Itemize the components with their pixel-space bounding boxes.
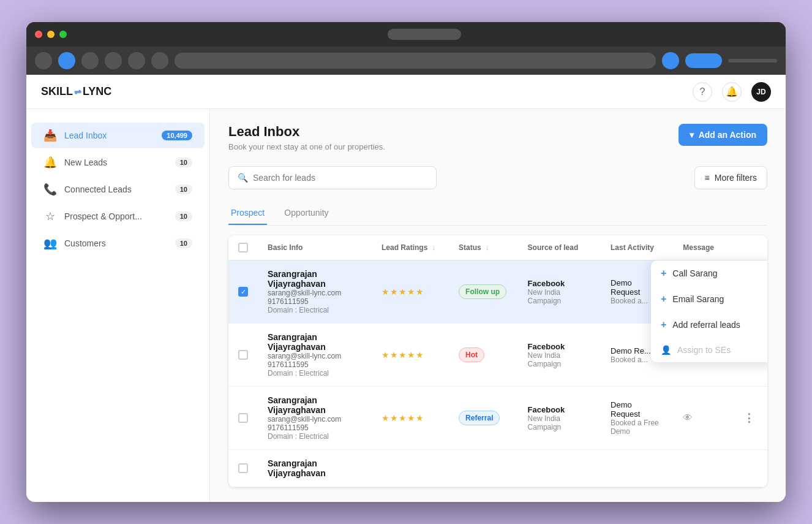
sidebar-item-connected-leads[interactable]: 📞 Connected Leads 10 <box>31 177 205 202</box>
row3-source-name: Facebook <box>528 405 591 414</box>
row3-checkbox-cell <box>228 387 258 450</box>
main-content: Lead Inbox Book your next stay at one of… <box>210 109 786 502</box>
row3-activity-sub: Booked a Free Demo <box>611 419 663 436</box>
star-icon: ☆ <box>43 210 57 223</box>
row1-phone: 9176111595 <box>268 297 362 306</box>
bell-icon[interactable]: 🔔 <box>722 82 742 102</box>
maximize-button[interactable] <box>59 31 67 38</box>
row3-message: 👁 <box>673 387 731 450</box>
home-btn[interactable] <box>58 52 75 69</box>
sidebar-label-prospect: Prospect & Opport... <box>64 211 168 221</box>
row2-checkbox-cell <box>228 324 258 387</box>
toolbar-btn6[interactable] <box>151 52 168 69</box>
row3-checkbox[interactable] <box>238 413 248 423</box>
browser-toolbar <box>26 47 786 75</box>
row4-status <box>449 450 517 487</box>
row1-source-name: Facebook <box>528 279 591 288</box>
logo-lync: LYNC <box>83 85 111 98</box>
select-all-checkbox[interactable] <box>238 243 248 253</box>
row1-source: Facebook New India Campaign <box>518 260 601 324</box>
title-bar-url <box>388 29 461 40</box>
sidebar-label-lead-inbox: Lead Inbox <box>64 131 154 140</box>
logo-arrow-icon: ⇌ <box>74 87 81 97</box>
close-button[interactable] <box>35 31 42 38</box>
reload-btn[interactable] <box>81 52 99 69</box>
logo-skill: SKILL <box>41 85 73 98</box>
row2-source: Facebook New India Campaign <box>518 324 601 387</box>
row1-basic-info: Sarangrajan Vijayraghavan sarang@skill-l… <box>258 260 372 324</box>
dropdown-item-call[interactable]: + Call Sarang <box>651 260 767 286</box>
search-box[interactable]: 🔍 <box>228 166 437 189</box>
table-body: ✓ Sarangrajan Vijayraghavan sarang@skill… <box>228 260 767 487</box>
sidebar-badge-prospect: 10 <box>175 211 192 221</box>
row2-status: Hot <box>449 324 517 387</box>
row4-basic-info: Sarangrajan Vijayraghavan <box>258 450 372 487</box>
toolbar-dash <box>728 59 777 63</box>
toolbar-circle[interactable] <box>662 52 679 69</box>
col-header-status: Status ↓ <box>449 235 517 260</box>
row2-basic-info: Sarangrajan Vijayraghavan sarang@skill-l… <box>258 324 372 387</box>
sidebar-badge-connected-leads: 10 <box>175 184 192 194</box>
inbox-icon: 📥 <box>43 129 57 142</box>
tab-opportunity[interactable]: Opportunity <box>282 202 331 225</box>
tab-prospect[interactable]: Prospect <box>228 202 267 225</box>
add-action-button[interactable]: ▾ Add an Action <box>679 124 767 146</box>
toolbar-btn5[interactable] <box>128 52 145 69</box>
person-icon-assign: 👤 <box>661 345 671 355</box>
dropdown-label-email: Email Sarang <box>672 294 724 304</box>
row2-email: sarang@skill-lync.com <box>268 352 362 360</box>
row2-domain: Domain : Electrical <box>268 369 362 378</box>
dropdown-item-email[interactable]: + Email Sarang <box>651 286 767 312</box>
search-input[interactable] <box>253 173 427 183</box>
filter-icon: ≡ <box>705 173 710 183</box>
table-row: Sarangrajan Vijayraghavan <box>228 450 767 487</box>
app-body: 📥 Lead Inbox 10,499 🔔 New Leads 10 📞 Con… <box>26 109 786 502</box>
row4-actions <box>731 450 767 487</box>
row1-source-campaign: New India Campaign <box>528 288 591 305</box>
row3-name: Sarangrajan Vijayraghavan <box>268 395 362 415</box>
sidebar-item-prospect[interactable]: ☆ Prospect & Opport... 10 <box>31 203 205 229</box>
sort-rating-icon: ↓ <box>432 245 435 251</box>
row2-phone: 9176111595 <box>268 360 362 369</box>
row1-rating: ★★★★★ <box>372 260 449 324</box>
row4-checkbox-cell <box>228 450 258 487</box>
customers-icon: 👥 <box>43 237 57 250</box>
page-title: Lead Inbox <box>228 124 385 140</box>
row2-checkbox[interactable] <box>238 350 248 360</box>
row4-rating <box>372 450 449 487</box>
table-row: ✓ Sarangrajan Vijayraghavan sarang@skill… <box>228 260 767 324</box>
row1-domain: Domain : Electrical <box>268 306 362 314</box>
help-icon[interactable]: ? <box>693 82 712 102</box>
table-row: Sarangrajan Vijayraghavan sarang@skill-l… <box>228 387 767 450</box>
row4-checkbox[interactable] <box>238 463 248 473</box>
sidebar-badge-customers: 10 <box>175 238 192 248</box>
row4-name: Sarangrajan Vijayraghavan <box>268 458 362 478</box>
plus-icon-referral: + <box>661 319 666 330</box>
plus-icon-call: + <box>661 268 666 279</box>
address-bar[interactable] <box>175 53 656 69</box>
sidebar-item-customers[interactable]: 👥 Customers 10 <box>31 230 205 256</box>
col-header-message: Message <box>673 235 731 260</box>
minimize-button[interactable] <box>47 31 55 38</box>
more-filters-button[interactable]: ≡ More filters <box>694 166 767 189</box>
dropdown-item-referral[interactable]: + Add referral leads <box>651 312 767 338</box>
back-btn[interactable] <box>35 52 52 69</box>
row1-checkbox-cell: ✓ <box>228 260 258 324</box>
row3-domain: Domain : Electrical <box>268 432 362 441</box>
dropdown-label-assign: Assign to SEs <box>677 345 731 355</box>
row2-source-campaign: New India Campaign <box>528 351 591 368</box>
sidebar-item-new-leads[interactable]: 🔔 New Leads 10 <box>31 150 205 175</box>
page-subtitle: Book your next stay at one of our proper… <box>228 142 385 151</box>
row1-checkbox[interactable]: ✓ <box>238 287 248 297</box>
dropdown-label-referral: Add referral leads <box>672 320 740 330</box>
sidebar-item-lead-inbox[interactable]: 📥 Lead Inbox 10,499 <box>31 123 205 148</box>
browser-titlebar <box>26 22 786 47</box>
row3-status: Referral <box>449 387 517 450</box>
row3-action-menu[interactable]: ⋮ <box>740 409 757 427</box>
forward-btn[interactable] <box>105 52 122 69</box>
col-header-activity: Last Activity <box>601 235 673 260</box>
avatar[interactable]: JD <box>751 82 771 102</box>
eye-icon[interactable]: 👁 <box>683 412 693 423</box>
toolbar-pill[interactable] <box>685 53 722 68</box>
more-filters-label: More filters <box>715 173 757 183</box>
